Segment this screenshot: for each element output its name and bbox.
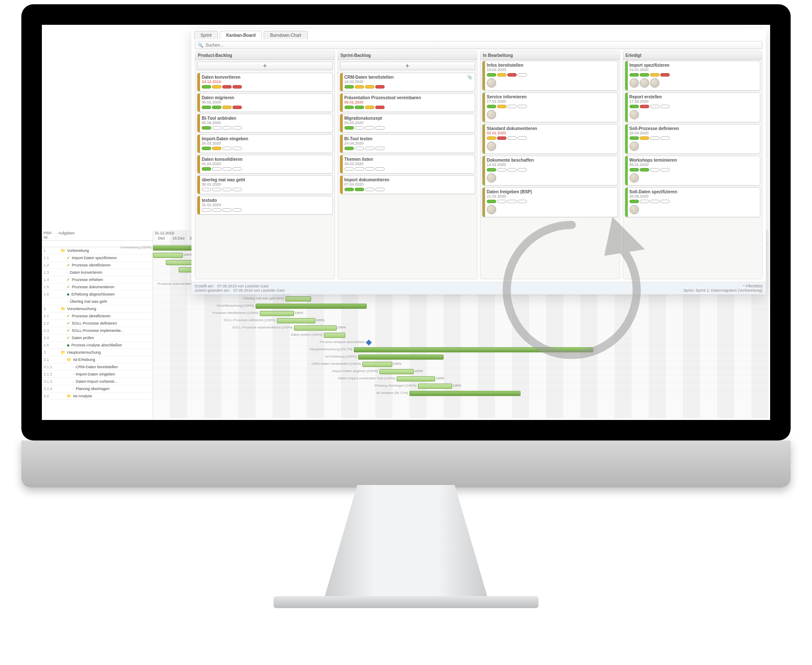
gantt-task-row[interactable]: 1.5✔Prozesse dokumentieren [42, 284, 153, 291]
bar-percent: 100% [414, 369, 423, 373]
card-date: 02.01.2020 [487, 131, 615, 135]
gantt-bar[interactable] [324, 333, 345, 338]
status-pill [202, 147, 211, 150]
kanban-card[interactable]: Daten migrieren06.02.2020 [197, 93, 333, 112]
gantt-bar[interactable]: 100% [362, 362, 392, 367]
kanban-card[interactable]: Präsentation Prozesstool vereinbaren06.0… [340, 93, 476, 112]
card-avatars [630, 142, 758, 151]
gantt-bar-row: Daten prüfen [100%] [153, 332, 768, 339]
task-number: 3.1.4 [42, 387, 56, 391]
gantt-task-row[interactable]: 2.5◆Prozess-Analyse abschließen [42, 342, 153, 349]
tab-burndown[interactable]: Burndown-Chart [264, 31, 308, 39]
kanban-card[interactable]: Themen listen28.02.2020 [340, 155, 476, 174]
kanban-card[interactable]: Workshops terminieren09.01.2020 [625, 156, 761, 186]
gantt-bar[interactable]: 100% [153, 253, 183, 258]
check-icon: ✔ [67, 256, 70, 260]
bar-percent: 100% [316, 318, 324, 322]
card-list: Import spezifizieren31.01.2020Report ers… [623, 60, 762, 220]
card-date: 26.05.2020 [630, 194, 758, 198]
screen: PSP-Nr. Aufgaben 1📁Vorbereitung1.1✔Impor… [21, 4, 791, 440]
kanban-card[interactable]: Import dokumentieren07.04.2020 [340, 175, 476, 194]
gantt-bar[interactable] [285, 296, 311, 301]
gantt-bar[interactable] [256, 304, 367, 309]
search-icon: 🔍 [198, 43, 203, 47]
status-pill [487, 136, 496, 140]
kanban-card[interactable]: Service informieren17.02.2020 [482, 92, 618, 122]
gantt-task-row[interactable]: 1.1✔Import-Daten spezifizieren [42, 254, 153, 262]
gantt-bar[interactable]: 100% [380, 369, 414, 374]
add-card-button[interactable]: + [197, 62, 333, 70]
task-number: 2.2 [42, 321, 56, 325]
search-bar[interactable]: 🔍 [195, 41, 762, 49]
kanban-card[interactable]: CRM-Daten bereitstellen19.02.2020📎 [340, 73, 476, 92]
gantt-bar[interactable]: 100% [277, 318, 315, 323]
add-card-button[interactable]: + [340, 62, 476, 70]
kanban-card[interactable]: Daten konsolidieren01.04.2020 [197, 155, 333, 174]
kanban-card[interactable]: Infos bereitstellen18.02.2020 [482, 61, 618, 91]
gantt-task-row[interactable]: 3.1.1▫CRM-Daten bereitstellen [42, 364, 153, 371]
gantt-bar[interactable]: 100% [418, 384, 452, 389]
gantt-bar[interactable]: 100% [294, 325, 337, 331]
kanban-card[interactable]: BI-Tool testen24.04.2020 [340, 134, 476, 153]
gantt-task-row[interactable]: 2.4✔Daten prüfen [42, 334, 153, 342]
kanban-card[interactable]: Import spezifizieren31.01.2020 [625, 61, 761, 91]
gantt-task-row[interactable]: 2.3✔SOLL-Prozesse implementie... [42, 327, 153, 334]
gantt-bar[interactable]: 100% [260, 311, 294, 316]
kanban-card[interactable]: BI-Tool anbinden05.06.2020 [197, 114, 333, 133]
gantt-task-row[interactable]: 3.1.4▫Planung übertragen [42, 385, 153, 393]
task-number: 1.2 [42, 263, 56, 267]
kanban-card[interactable]: Dokumente beschaffen14.02.2020 [482, 156, 618, 186]
gantt-bar[interactable] [409, 391, 521, 396]
check-icon: ✔ [67, 314, 70, 318]
gantt-task-row[interactable]: 3.1.2▫Import-Daten eingeben [42, 371, 153, 378]
task-number: 2.4 [42, 336, 56, 340]
gantt-task-row[interactable]: 3.1📁Ist-Erhebung [42, 356, 153, 364]
card-title: Daten migrieren [202, 95, 330, 100]
gantt-task-row[interactable]: 1.6◆Erhebung abgeschlossen [42, 291, 153, 298]
gantt-task-row[interactable]: 2📁Voruntersuchung [42, 305, 153, 313]
check-icon: ✔ [67, 263, 70, 267]
status-pill [518, 136, 527, 140]
status-pill [222, 126, 232, 130]
gantt-task-row[interactable]: 2.2✔SOLL-Prozesse definieren [42, 320, 153, 327]
gantt-bar[interactable]: 100% [397, 376, 435, 381]
gantt-task-row[interactable]: 1.3▫Daten konvertieren [42, 269, 153, 276]
kanban-card[interactable]: Soll-Prozesse definieren28.04.2020 [625, 124, 761, 154]
kanban-card[interactable]: Report erstellen17.02.2020 [625, 92, 761, 122]
task-number: 3.1.3 [42, 379, 56, 384]
kanban-card[interactable]: Standard dokumentieren02.01.2020 [482, 124, 618, 154]
avatar [630, 78, 639, 88]
kanban-card[interactable]: Daten konvertieren24.12.2019 [197, 73, 333, 92]
card-avatars [487, 173, 615, 183]
tab-sprint[interactable]: Sprint [194, 31, 218, 39]
kanban-card[interactable]: überleg mal was geht30.01.2020 [197, 175, 333, 194]
gantt-task-row[interactable]: ▫Überleg mal was geht [42, 298, 153, 305]
card-date: 28.02.2020 [344, 162, 473, 166]
gantt-task-row[interactable]: 2.1✔Prozesse identifizieren [42, 313, 153, 320]
gantt-task-row[interactable]: 1.2✔Prozesse identifizieren [42, 262, 153, 269]
gantt-task-row[interactable]: 3.1.3▫Daten-Import vorbereit... [42, 378, 153, 385]
tab-kanban[interactable]: Kanban-Board [220, 31, 262, 39]
gantt-col-tasks: Aufgaben [56, 230, 153, 240]
gantt-task-row[interactable]: 3.2📁Ist-Analyse [42, 393, 153, 400]
status-pill [630, 105, 639, 108]
gantt-bar-row: Ist-Erhebung [100%] [153, 354, 768, 361]
gantt-task-row[interactable]: 3📁Hauptuntersuchung [42, 349, 153, 356]
bar-label: Ist-Analyse [38,71%] [377, 391, 409, 395]
milestone-icon[interactable] [366, 340, 372, 346]
status-pill [365, 126, 374, 130]
kanban-card[interactable]: Migrationskonzept04.03.2020 [340, 114, 476, 133]
check-icon: ✔ [67, 328, 70, 333]
folder-icon: 📁 [61, 350, 65, 355]
bar-label: Planung übertragen [100%] [375, 384, 418, 387]
card-status-pills [202, 147, 330, 150]
kanban-card[interactable]: Import-Daten eingeben26.02.2020 [197, 134, 333, 153]
status-pill [212, 188, 221, 191]
task-label: ✔Import-Daten spezifizieren [56, 256, 153, 260]
gantt-bar[interactable] [358, 355, 444, 360]
task-number: 3.1 [42, 358, 56, 362]
kanban-card[interactable]: testsdo31.01.2020 [197, 196, 333, 215]
search-input[interactable] [206, 43, 759, 47]
status-pill [355, 126, 364, 130]
gantt-task-row[interactable]: 1.4✔Prozesse erheben [42, 276, 153, 284]
